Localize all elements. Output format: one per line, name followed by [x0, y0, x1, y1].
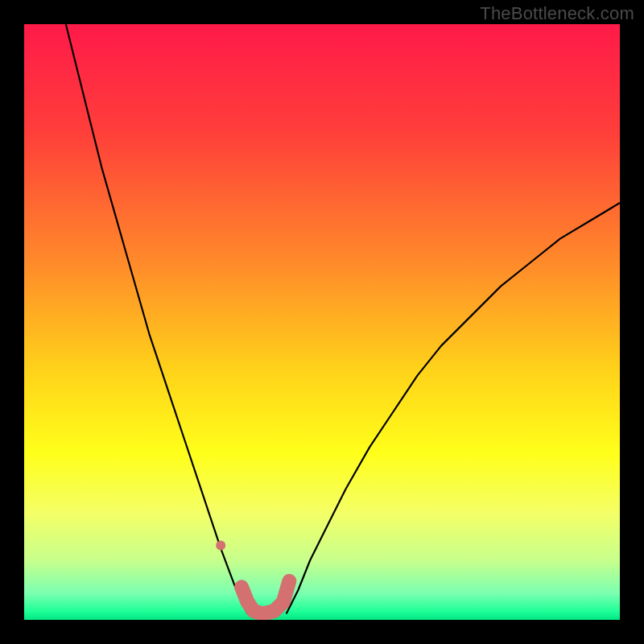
marker-left-dot — [216, 541, 225, 551]
watermark-text: TheBottleneck.com — [480, 3, 634, 24]
chart-svg — [24, 24, 620, 620]
marker-layer — [216, 541, 225, 551]
plot-area — [24, 24, 620, 620]
chart-frame: TheBottleneck.com — [0, 0, 644, 644]
gradient-bg — [24, 24, 620, 620]
